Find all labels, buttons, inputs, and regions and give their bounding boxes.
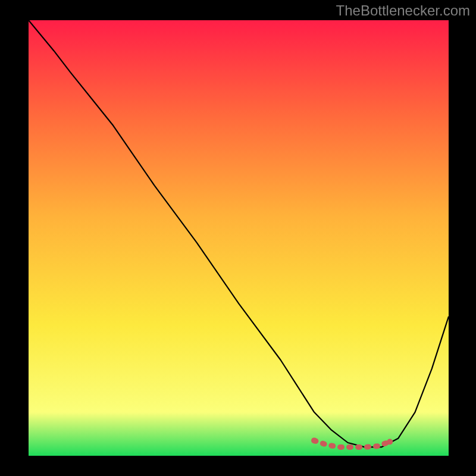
optimal-range-end-dot bbox=[387, 439, 393, 445]
optimal-range-start-dot bbox=[311, 437, 317, 443]
watermark-text: TheBottlenecker.com bbox=[336, 2, 470, 19]
bottleneck-chart bbox=[0, 0, 476, 476]
gradient-background bbox=[29, 20, 449, 456]
chart-frame: TheBottlenecker.com bbox=[0, 0, 476, 476]
